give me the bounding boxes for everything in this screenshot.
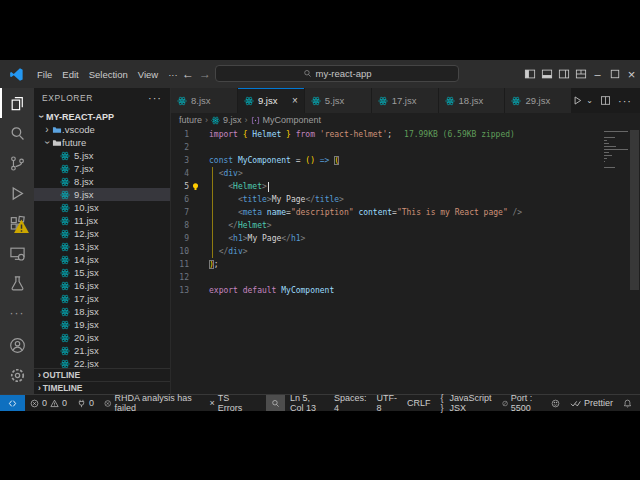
- extensions-icon[interactable]: [0, 208, 34, 238]
- source-control-icon[interactable]: [0, 148, 34, 178]
- search-sidebar-icon[interactable]: [0, 118, 34, 148]
- gutter: [189, 271, 201, 284]
- react-icon: [60, 281, 70, 291]
- code-line-7[interactable]: 7 <meta name="description" content="This…: [171, 206, 640, 219]
- menu-item-edit[interactable]: Edit: [57, 69, 83, 80]
- layout-sidebar-icon[interactable]: [521, 60, 538, 88]
- breadcrumb-item[interactable]: 9.jsx: [223, 115, 242, 125]
- code-line-8[interactable]: 8 </Helmet>: [171, 219, 640, 232]
- tab-close-icon[interactable]: ×: [292, 95, 298, 106]
- code-line-4[interactable]: 4 <div>: [171, 167, 640, 180]
- menu-item-view[interactable]: View: [133, 69, 163, 80]
- ts-errors-status[interactable]: × TS Errors: [204, 395, 253, 411]
- layout-customize-icon[interactable]: [572, 60, 589, 88]
- indentation-status[interactable]: Spaces: 4: [329, 395, 372, 411]
- timeline-section[interactable]: › TIMELINE: [34, 381, 170, 394]
- remote-indicator[interactable]: [0, 395, 25, 411]
- maximize-icon[interactable]: [606, 60, 623, 88]
- menu-item-moremoremore[interactable]: ···: [163, 69, 183, 80]
- code-line-11[interactable]: 11);: [171, 258, 640, 271]
- file-7.jsx[interactable]: 7.jsx: [34, 162, 170, 175]
- menu-item-selection[interactable]: Selection: [84, 69, 133, 80]
- file-10.jsx[interactable]: 10.jsx: [34, 201, 170, 214]
- folder-future[interactable]: › future: [34, 136, 170, 149]
- file-11.jsx[interactable]: 11.jsx: [34, 214, 170, 227]
- split-editor-icon[interactable]: [600, 95, 611, 106]
- ports-status[interactable]: 0: [72, 395, 99, 411]
- file-15.jsx[interactable]: 15.jsx: [34, 266, 170, 279]
- minimize-icon[interactable]: –: [589, 60, 606, 88]
- file-18.jsx[interactable]: 18.jsx: [34, 305, 170, 318]
- file-20.jsx[interactable]: 20.jsx: [34, 331, 170, 344]
- code-text: const MyComponent = () => (: [209, 154, 339, 167]
- back-arrow-icon[interactable]: ←: [182, 60, 194, 88]
- symbol-icon: [251, 116, 260, 125]
- file-16.jsx[interactable]: 16.jsx: [34, 279, 170, 292]
- explorer-icon[interactable]: [0, 88, 34, 118]
- gutter: [189, 206, 201, 219]
- language-status[interactable]: { } JavaScript JSX: [436, 395, 497, 411]
- editor-more-actions-icon[interactable]: ···: [618, 95, 632, 107]
- file-9.jsx[interactable]: 9.jsx: [34, 188, 170, 201]
- code-line-3[interactable]: 3const MyComponent = () => (: [171, 154, 640, 167]
- code-line-9[interactable]: 9 <h1>My Page</h1>: [171, 232, 640, 245]
- file-13.jsx[interactable]: 13.jsx: [34, 240, 170, 253]
- code-line-13[interactable]: 13export default MyComponent: [171, 284, 640, 297]
- outline-section[interactable]: › OUTLINE: [34, 368, 170, 381]
- settings-gear-icon[interactable]: [0, 360, 34, 390]
- close-icon[interactable]: ×: [623, 60, 640, 88]
- layout-sidebar-right-icon[interactable]: [555, 60, 572, 88]
- tab-29.jsx[interactable]: 29.jsx: [505, 88, 572, 113]
- run-debug-icon[interactable]: [0, 178, 34, 208]
- file-8.jsx[interactable]: 8.jsx: [34, 175, 170, 188]
- tab-18.jsx[interactable]: 18.jsx: [439, 88, 506, 113]
- tab-5.jsx[interactable]: 5.jsx: [305, 88, 372, 113]
- problems-status[interactable]: 0 0: [25, 395, 72, 411]
- forward-arrow-icon[interactable]: →: [199, 60, 211, 88]
- tab-8.jsx[interactable]: 8.jsx: [171, 88, 238, 113]
- breadcrumb-item[interactable]: MyComponent: [263, 115, 322, 125]
- layout-panel-icon[interactable]: [538, 60, 555, 88]
- code-line-6[interactable]: 6 <title>My Page</title>: [171, 193, 640, 206]
- port-status[interactable]: Port : 5500: [497, 395, 546, 411]
- file-14.jsx[interactable]: 14.jsx: [34, 253, 170, 266]
- code-text: import { Helmet } from 'react-helmet';17…: [209, 128, 515, 141]
- testing-icon[interactable]: [0, 268, 34, 298]
- eol-status[interactable]: CRLF: [402, 395, 436, 411]
- command-center-search[interactable]: my-react-app: [215, 65, 459, 82]
- search-status[interactable]: [266, 395, 285, 411]
- breadcrumb-item[interactable]: future: [179, 115, 202, 125]
- code-line-2[interactable]: 2: [171, 141, 640, 154]
- encoding-status[interactable]: UTF-8: [372, 395, 403, 411]
- file-5.jsx[interactable]: 5.jsx: [34, 149, 170, 162]
- notifications-status[interactable]: [618, 395, 637, 411]
- cursor-position[interactable]: Ln 5, Col 13: [285, 395, 329, 411]
- minimap[interactable]: [604, 131, 628, 170]
- tab-9.jsx[interactable]: 9.jsx×: [238, 88, 305, 113]
- explorer-more-actions-icon[interactable]: ···: [148, 92, 162, 104]
- code-line-5[interactable]: 5 <Helmet>: [171, 180, 640, 193]
- file-label: 5.jsx: [74, 150, 94, 161]
- prettier-status[interactable]: Prettier: [565, 395, 618, 411]
- account-icon[interactable]: [0, 330, 34, 360]
- code-line-1[interactable]: 1import { Helmet } from 'react-helmet';1…: [171, 128, 640, 141]
- code-line-10[interactable]: 10 </div>: [171, 245, 640, 258]
- folder-label: future: [62, 137, 86, 148]
- file-19.jsx[interactable]: 19.jsx: [34, 318, 170, 331]
- code-editor[interactable]: 1import { Helmet } from 'react-helmet';1…: [171, 127, 640, 394]
- file-17.jsx[interactable]: 17.jsx: [34, 292, 170, 305]
- tree-root[interactable]: ›MY-REACT-APP: [34, 110, 170, 123]
- file-21.jsx[interactable]: 21.jsx: [34, 344, 170, 357]
- menu-item-file[interactable]: File: [32, 69, 57, 80]
- feedback-status[interactable]: [546, 395, 565, 411]
- run-dropdown-icon[interactable]: ⌄: [586, 96, 593, 105]
- folder-.vscode[interactable]: › .vscode: [34, 123, 170, 136]
- rhda-status[interactable]: RHDA analysis has failed: [99, 395, 204, 411]
- code-line-12[interactable]: 12: [171, 271, 640, 284]
- scrollbar-thumb[interactable]: [630, 130, 639, 290]
- more-views-icon[interactable]: ···: [0, 298, 34, 328]
- file-12.jsx[interactable]: 12.jsx: [34, 227, 170, 240]
- remote-explorer-icon[interactable]: [0, 238, 34, 268]
- tab-17.jsx[interactable]: 17.jsx: [372, 88, 439, 113]
- run-button[interactable]: [572, 95, 583, 106]
